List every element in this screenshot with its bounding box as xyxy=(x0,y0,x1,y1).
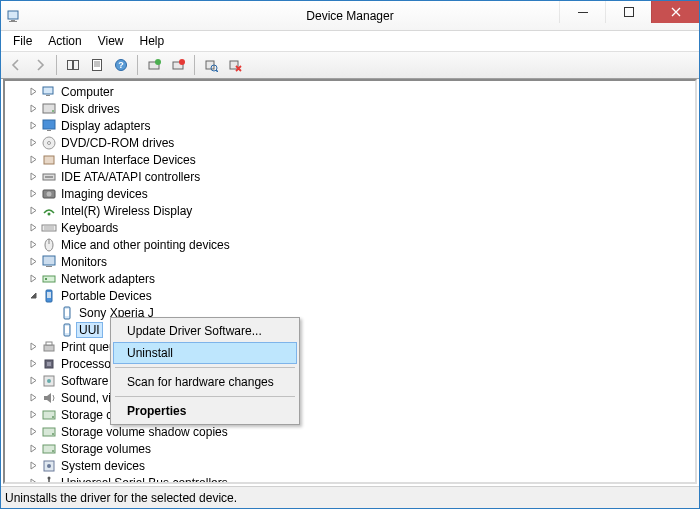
tree-item-label: Display adapters xyxy=(59,119,152,133)
expander-collapsed-icon[interactable] xyxy=(27,256,39,268)
expander-collapsed-icon[interactable] xyxy=(27,443,39,455)
context-menu-item[interactable]: Scan for hardware changes xyxy=(113,371,297,393)
usb-icon xyxy=(41,475,57,483)
expander-collapsed-icon[interactable] xyxy=(27,477,39,483)
close-button[interactable] xyxy=(651,1,699,23)
expander-collapsed-icon[interactable] xyxy=(27,188,39,200)
tree-row[interactable]: Mice and other pointing devices xyxy=(5,236,695,253)
context-menu-item[interactable]: Update Driver Software... xyxy=(113,320,297,342)
expander-collapsed-icon[interactable] xyxy=(27,375,39,387)
tree-row[interactable]: Keyboards xyxy=(5,219,695,236)
expander-collapsed-icon[interactable] xyxy=(27,120,39,132)
storage-icon xyxy=(41,407,57,423)
phone-icon xyxy=(59,322,75,338)
maximize-button[interactable] xyxy=(605,1,651,23)
tree-row[interactable]: DVD/CD-ROM drives xyxy=(5,134,695,151)
tree-row[interactable]: Storage controllers xyxy=(5,406,695,423)
mouse-icon xyxy=(41,237,57,253)
tree-row[interactable]: Monitors xyxy=(5,253,695,270)
svg-rect-0 xyxy=(8,11,18,19)
expander-collapsed-icon[interactable] xyxy=(27,392,39,404)
menu-help[interactable]: Help xyxy=(132,32,173,50)
scan-hardware-button[interactable] xyxy=(200,54,222,76)
svg-rect-3 xyxy=(578,12,588,13)
tree-row[interactable]: Intel(R) Wireless Display xyxy=(5,202,695,219)
tree-row[interactable]: Sony Xperia J xyxy=(5,304,695,321)
properties-button[interactable] xyxy=(86,54,108,76)
update-driver-button[interactable] xyxy=(143,54,165,76)
help-button[interactable]: ? xyxy=(110,54,132,76)
monitor-icon xyxy=(41,254,57,270)
svg-point-55 xyxy=(47,379,51,383)
svg-rect-42 xyxy=(43,276,55,282)
svg-line-19 xyxy=(216,70,218,72)
tree-row[interactable]: Storage volumes xyxy=(5,440,695,457)
window-controls xyxy=(559,1,699,30)
tree-row[interactable]: Computer xyxy=(5,83,695,100)
svg-rect-41 xyxy=(46,266,52,267)
expander-collapsed-icon[interactable] xyxy=(27,171,39,183)
expander-collapsed-icon[interactable] xyxy=(27,341,39,353)
expander-collapsed-icon[interactable] xyxy=(27,460,39,472)
expander-collapsed-icon[interactable] xyxy=(27,409,39,421)
expander-collapsed-icon[interactable] xyxy=(27,154,39,166)
expander-collapsed-icon[interactable] xyxy=(27,103,39,115)
uninstall-button[interactable] xyxy=(167,54,189,76)
back-button[interactable] xyxy=(5,54,27,76)
svg-rect-29 xyxy=(44,156,54,164)
tree-row[interactable]: UUI xyxy=(5,321,695,338)
storage-icon xyxy=(41,441,57,457)
tree-item-label: Monitors xyxy=(59,255,109,269)
menu-file[interactable]: File xyxy=(5,32,40,50)
network-icon xyxy=(41,271,57,287)
tree-row[interactable]: IDE ATA/ATAPI controllers xyxy=(5,168,695,185)
expander-expanded-icon[interactable] xyxy=(27,290,39,302)
show-hide-console-button[interactable] xyxy=(62,54,84,76)
tree-row[interactable]: Universal Serial Bus controllers xyxy=(5,474,695,482)
context-menu-separator xyxy=(115,396,295,397)
expander-collapsed-icon[interactable] xyxy=(27,273,39,285)
tree-row[interactable]: System devices xyxy=(5,457,695,474)
svg-rect-50 xyxy=(44,345,54,351)
svg-point-24 xyxy=(52,110,54,112)
svg-rect-4 xyxy=(624,8,633,17)
tree-row[interactable]: Storage volume shadow copies xyxy=(5,423,695,440)
tree-scroll[interactable]: ComputerDisk drivesDisplay adaptersDVD/C… xyxy=(5,81,695,482)
expander-none xyxy=(45,307,57,319)
tree-item-label: Mice and other pointing devices xyxy=(59,238,232,252)
svg-rect-47 xyxy=(65,309,69,316)
tree-row[interactable]: Disk drives xyxy=(5,100,695,117)
tree-row[interactable]: Human Interface Devices xyxy=(5,151,695,168)
svg-rect-45 xyxy=(47,292,51,298)
expander-collapsed-icon[interactable] xyxy=(27,426,39,438)
expander-collapsed-icon[interactable] xyxy=(27,137,39,149)
device-manager-window: Device Manager File Action View Help ? C… xyxy=(0,0,700,509)
svg-rect-26 xyxy=(47,130,51,131)
menu-action[interactable]: Action xyxy=(40,32,89,50)
tree-item-label: IDE ATA/ATAPI controllers xyxy=(59,170,202,184)
tree-row[interactable]: Processors xyxy=(5,355,695,372)
tree-row[interactable]: Software devices xyxy=(5,372,695,389)
expander-collapsed-icon[interactable] xyxy=(27,239,39,251)
expander-collapsed-icon[interactable] xyxy=(27,358,39,370)
tree-row[interactable]: Portable Devices xyxy=(5,287,695,304)
tree-row[interactable]: Network adapters xyxy=(5,270,695,287)
forward-button[interactable] xyxy=(29,54,51,76)
svg-point-63 xyxy=(47,464,51,468)
tree-row[interactable]: Display adapters xyxy=(5,117,695,134)
minimize-button[interactable] xyxy=(559,1,605,23)
expander-collapsed-icon[interactable] xyxy=(27,222,39,234)
svg-rect-2 xyxy=(9,21,17,22)
svg-rect-43 xyxy=(45,278,47,280)
svg-point-64 xyxy=(48,476,51,479)
disable-button[interactable] xyxy=(224,54,246,76)
expander-collapsed-icon[interactable] xyxy=(27,205,39,217)
tree-row[interactable]: Sound, video and game controllers xyxy=(5,389,695,406)
tree-row[interactable]: Print queues xyxy=(5,338,695,355)
expander-collapsed-icon[interactable] xyxy=(27,86,39,98)
context-menu-item[interactable]: Uninstall xyxy=(113,342,297,364)
tree-item-label: Storage volumes xyxy=(59,442,153,456)
context-menu-item[interactable]: Properties xyxy=(113,400,297,422)
menu-view[interactable]: View xyxy=(90,32,132,50)
tree-row[interactable]: Imaging devices xyxy=(5,185,695,202)
